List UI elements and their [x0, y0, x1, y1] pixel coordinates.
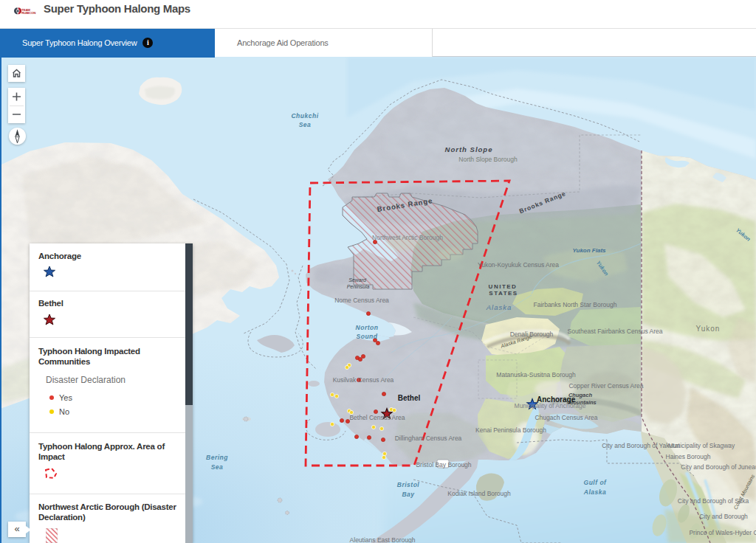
- svg-text:Alaska: Alaska: [486, 303, 512, 311]
- svg-text:Norton: Norton: [356, 324, 379, 331]
- svg-text:City and Borough of Sitka: City and Borough of Sitka: [678, 497, 749, 505]
- svg-text:Aleutians East Borough: Aleutians East Borough: [350, 536, 416, 543]
- svg-text:Kenai Peninsula Borough: Kenai Peninsula Borough: [475, 426, 546, 434]
- svg-text:Northwest Arctic Borough: Northwest Arctic Borough: [372, 234, 443, 241]
- svg-text:Yukon-Koyukuk Census Area: Yukon-Koyukuk Census Area: [478, 261, 559, 269]
- svg-text:Peninsula: Peninsula: [347, 284, 370, 289]
- svg-text:RUBICON: RUBICON: [21, 11, 35, 15]
- svg-text:Sea: Sea: [211, 463, 224, 471]
- svg-text:Bethel Census Area: Bethel Census Area: [349, 414, 405, 421]
- svg-text:Fairbanks North Star Borough: Fairbanks North Star Borough: [534, 301, 617, 308]
- svg-text:Nome Census Area: Nome Census Area: [334, 297, 389, 304]
- svg-text:Sound: Sound: [357, 333, 378, 340]
- svg-text:North Slope: North Slope: [445, 145, 493, 153]
- svg-text:Bay: Bay: [402, 491, 415, 498]
- svg-text:Seward: Seward: [348, 277, 367, 283]
- svg-text:City and Borough of Juneau: City and Borough of Juneau: [681, 463, 756, 471]
- svg-text:Prince of Wales-Hyder C: Prince of Wales-Hyder C: [689, 529, 756, 536]
- svg-text:Chukchi: Chukchi: [291, 112, 318, 120]
- svg-text:Sea: Sea: [299, 121, 312, 128]
- svg-text:Kusilvak Census Area: Kusilvak Census Area: [333, 376, 394, 384]
- svg-text:Yukon Flats: Yukon Flats: [572, 247, 606, 254]
- svg-text:Anchorage: Anchorage: [537, 395, 576, 404]
- svg-text:Bristol Bay Borough: Bristol Bay Borough: [416, 461, 471, 468]
- svg-text:Bethel: Bethel: [398, 394, 421, 402]
- svg-text:Haines Borough: Haines Borough: [666, 453, 711, 460]
- svg-text:Denali Borough: Denali Borough: [510, 331, 554, 338]
- svg-text:UNITED: UNITED: [489, 283, 518, 290]
- svg-text:Bering: Bering: [206, 454, 228, 461]
- svg-text:Chugach Census Area: Chugach Census Area: [535, 414, 597, 421]
- svg-text:Southeast Fairbanks Census Are: Southeast Fairbanks Census Area: [568, 328, 663, 335]
- svg-text:Kodiak Island Borough: Kodiak Island Borough: [447, 490, 511, 497]
- svg-text:Gulf of: Gulf of: [584, 479, 608, 486]
- svg-text:Municipality of Skagway: Municipality of Skagway: [668, 442, 735, 449]
- svg-text:Bristol: Bristol: [397, 481, 420, 488]
- svg-text:Dillingham Census Area: Dillingham Census Area: [395, 435, 462, 442]
- svg-text:Yukon: Yukon: [696, 325, 721, 333]
- svg-text:Matanuska-Susitna Borough: Matanuska-Susitna Borough: [496, 371, 576, 378]
- svg-text:STATES: STATES: [489, 290, 518, 297]
- svg-text:City and Borough: City and Borough: [699, 513, 748, 520]
- svg-text:North Slope Borough: North Slope Borough: [458, 156, 518, 163]
- svg-text:Alaska: Alaska: [583, 488, 606, 496]
- svg-text:Copper River Census Area: Copper River Census Area: [568, 382, 643, 390]
